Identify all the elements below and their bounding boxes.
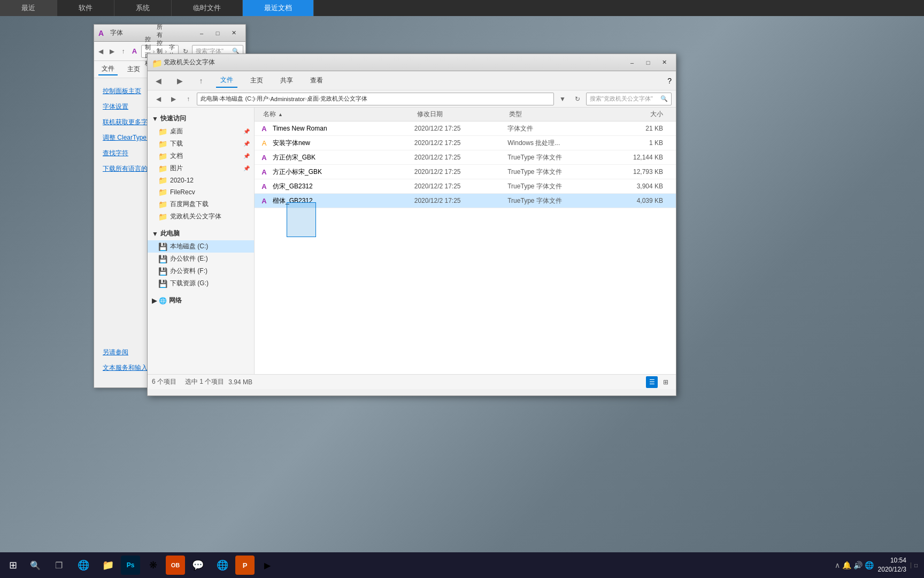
sidebar-office-software[interactable]: 💾 办公软件 (E:) — [148, 253, 254, 265]
selection-rectangle — [287, 202, 316, 237]
explorer-title: 党政机关公文字体 — [164, 58, 625, 67]
taskbar-app-browser2[interactable]: 🌐 — [211, 553, 234, 577]
file-type-2: TrueType 字体文件 — [507, 153, 600, 162]
file-row-install[interactable]: A 安装字体new 2020/12/2 17:25 Windows 批处理...… — [255, 136, 676, 150]
toolbar-home[interactable]: 主页 — [124, 64, 143, 75]
toolbar-file[interactable]: 文件 — [98, 63, 118, 75]
tab-system[interactable]: 系统 — [114, 0, 172, 16]
font-icon: A — [259, 166, 270, 177]
font-icon: A — [259, 123, 270, 134]
up-btn[interactable]: ↑ — [119, 45, 128, 58]
explorer-up[interactable]: ↑ — [195, 74, 207, 87]
sidebar-baidu-label: 百度网盘下载 — [170, 200, 209, 209]
bc-users[interactable]: 用户 — [257, 95, 268, 103]
start-button[interactable]: ⊞ — [0, 552, 26, 578]
font-icon: A — [259, 181, 270, 192]
back-btn[interactable]: ◀ — [96, 45, 105, 58]
file-name-xiaobiaosong: A 方正小标宋_GBK — [259, 166, 414, 177]
sidebar-filerecv-label: FileRecv — [170, 188, 195, 196]
taskbar-app-misc1[interactable]: ❋ — [141, 553, 165, 577]
tab-recent-docs[interactable]: 最近文档 — [243, 0, 314, 16]
view-list-btn[interactable]: ☰ — [646, 376, 658, 388]
sidebar-govt-fonts[interactable]: 📁 党政机关公文字体 — [148, 210, 254, 223]
explorer-tab-home[interactable]: 主页 — [246, 74, 267, 87]
sidebar-documents[interactable]: 📁 文档 📌 — [148, 150, 254, 162]
file-row-fangsong[interactable]: A 方正仿宋_GBK 2020/12/2 17:25 TrueType 字体文件… — [255, 150, 676, 165]
this-pc-header[interactable]: ▼ 此电脑 — [148, 227, 254, 240]
file-row-xiaobiaosong[interactable]: A 方正小标宋_GBK 2020/12/2 17:25 TrueType 字体文… — [255, 165, 676, 179]
file-row-times-new-roman[interactable]: A Times New Roman 2020/12/2 17:25 字体文件 2… — [255, 121, 676, 136]
network-icon: 🌐 — [159, 297, 167, 305]
breadcrumb-dropdown[interactable]: ▼ — [556, 93, 569, 105]
taskbar-app-ps[interactable]: Ps — [121, 556, 140, 575]
view-grid-btn[interactable]: ⊞ — [660, 376, 672, 388]
forward-btn[interactable]: ▶ — [107, 45, 117, 58]
font-panel-close[interactable]: ✕ — [226, 27, 241, 39]
file-date-5: 2020/12/2 17:25 — [414, 197, 507, 204]
font-panel-maximize[interactable]: □ — [210, 27, 225, 39]
taskbar-clock[interactable]: 10:54 2020/12/3 — [878, 556, 906, 574]
bc-admin[interactable]: Administrator — [270, 96, 305, 102]
col-header-size[interactable]: 大小 — [602, 110, 672, 119]
bc-this-pc[interactable]: 此电脑 — [201, 95, 218, 103]
font-panel-minimize[interactable]: – — [194, 27, 209, 39]
col-header-name[interactable]: 名称 ▲ — [259, 110, 417, 119]
taskbar-search-btn[interactable]: 🔍 — [26, 556, 45, 575]
sidebar-office-data[interactable]: 💾 办公资料 (F:) — [148, 265, 254, 277]
breadcrumb-up[interactable]: ↑ — [182, 93, 195, 105]
col-header-date[interactable]: 修改日期 — [417, 110, 510, 119]
explorer-tab-file[interactable]: 文件 — [216, 73, 237, 88]
taskbar-app-ppt[interactable]: P — [235, 556, 255, 575]
sidebar-downloads[interactable]: 📁 下载 📌 — [148, 138, 254, 150]
desktop: 最近 软件 系统 临时文件 最近文档 A 字体 – □ ✕ ◀ ▶ ↑ A 控制… — [0, 0, 924, 578]
file-row-kaiti[interactable]: A 楷体_GB2312 2020/12/2 17:25 TrueType 字体文… — [255, 194, 676, 208]
sidebar-filerecv[interactable]: 📁 FileRecv — [148, 186, 254, 198]
bc-local-disk[interactable]: 本地磁盘 (C:) — [220, 95, 255, 103]
folder-icon: 📁 — [158, 140, 167, 148]
taskbar-app-taskview[interactable]: ❐ — [47, 553, 71, 577]
explorer-back[interactable]: ◀ — [152, 74, 165, 87]
file-row-fangsong-gb[interactable]: A 仿宋_GB2312 2020/12/2 17:25 TrueType 字体文… — [255, 179, 676, 194]
explorer-maximize[interactable]: □ — [641, 57, 656, 69]
sidebar-local-disk[interactable]: 💾 本地磁盘 (C:) — [148, 240, 254, 253]
explorer-tab-share[interactable]: 共享 — [276, 74, 297, 87]
taskbar-app-explorer[interactable]: 📁 — [96, 553, 120, 577]
taskbar-app-wechat[interactable]: 💬 — [186, 553, 210, 577]
file-name-fangsong: A 方正仿宋_GBK — [259, 152, 414, 163]
explorer-forward[interactable]: ▶ — [173, 74, 186, 87]
explorer-search[interactable]: 搜索"党政机关公文字体" 🔍 — [586, 93, 672, 105]
file-type-4: TrueType 字体文件 — [507, 182, 600, 191]
help-btn[interactable]: ? — [667, 77, 672, 85]
col-header-type[interactable]: 类型 — [509, 110, 602, 119]
explorer-close[interactable]: ✕ — [657, 57, 672, 69]
folder-icon: 📁 — [158, 212, 167, 221]
pin-icon: 📌 — [243, 128, 250, 134]
sidebar-pictures[interactable]: 📁 图片 📌 — [148, 162, 254, 174]
bc-desktop[interactable]: 桌面 — [307, 95, 319, 103]
tab-recent[interactable]: 最近 — [0, 0, 57, 16]
network-chevron: ▶ — [152, 297, 157, 305]
taskbar-app-media[interactable]: ▶ — [256, 553, 279, 577]
breadcrumb-forward[interactable]: ▶ — [167, 93, 180, 105]
taskbar-app-ob[interactable]: OB — [166, 556, 185, 575]
folder-icon: 📁 — [158, 127, 167, 136]
sidebar-2020-label: 2020-12 — [170, 177, 194, 184]
quick-access-header[interactable]: ▼ 快速访问 — [148, 112, 254, 125]
network-header[interactable]: ▶ 🌐 网络 — [148, 294, 254, 307]
tab-temp[interactable]: 临时文件 — [172, 0, 243, 16]
sidebar-download-res[interactable]: 💾 下载资源 (G:) — [148, 277, 254, 290]
show-desktop-btn[interactable]: □ — [911, 562, 918, 568]
sidebar-baidu[interactable]: 📁 百度网盘下载 — [148, 198, 254, 210]
explorer-minimize[interactable]: – — [625, 57, 640, 69]
pin-icon: 📌 — [243, 165, 250, 171]
breadcrumb-path[interactable]: 此电脑 › 本地磁盘 (C:) › 用户 › Administrator › 桌… — [197, 93, 554, 105]
breadcrumb-back[interactable]: ◀ — [152, 93, 165, 105]
tab-software[interactable]: 软件 — [57, 0, 114, 16]
sidebar-desktop[interactable]: 📁 桌面 📌 — [148, 125, 254, 138]
breadcrumb-refresh[interactable]: ↻ — [571, 93, 584, 105]
sidebar-2020-12[interactable]: 📁 2020-12 — [148, 174, 254, 186]
taskbar-app-chrome[interactable]: 🌐 — [72, 553, 95, 577]
explorer-tab-view[interactable]: 查看 — [306, 74, 327, 87]
font-panel-controls: – □ ✕ — [194, 27, 241, 39]
bc-fonts[interactable]: 党政机关公文字体 — [320, 95, 367, 103]
